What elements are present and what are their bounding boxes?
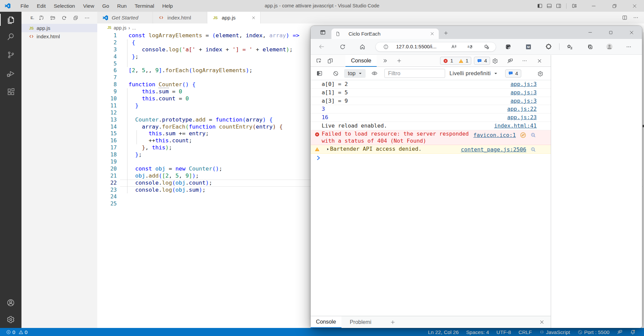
- console-link[interactable]: app.js:3: [511, 81, 537, 87]
- devtools-more-icon[interactable]: [520, 56, 530, 66]
- drawer-add-icon[interactable]: [390, 320, 395, 325]
- expand-arrow-icon[interactable]: [326, 147, 330, 151]
- explorer-more-actions-icon[interactable]: [83, 13, 91, 22]
- devtools-feedback-icon[interactable]: [505, 56, 515, 66]
- customize-layout-icon[interactable]: [570, 0, 579, 12]
- read-aloud-icon[interactable]: [450, 44, 457, 50]
- editor-tab-get-started[interactable]: Get Started: [97, 12, 153, 23]
- split-editor-icon[interactable]: [622, 15, 628, 20]
- tab-close-icon[interactable]: [250, 14, 257, 21]
- console-link[interactable]: favicon.ico:1: [473, 132, 516, 139]
- menu-edit[interactable]: Edit: [33, 0, 50, 12]
- add-panel-icon[interactable]: [395, 56, 404, 66]
- vscode-restore-button[interactable]: [604, 0, 625, 12]
- console-sidebar-icon[interactable]: [314, 68, 324, 79]
- activity-extensions-icon[interactable]: [0, 83, 21, 101]
- home-button-icon[interactable]: [357, 41, 368, 52]
- address-bar[interactable]: 127.0.0.1:5500/i... a: [375, 42, 496, 52]
- status-warnings-icon[interactable]: 0: [18, 329, 28, 335]
- activity-search-icon[interactable]: [0, 28, 21, 45]
- messages-badge[interactable]: 4: [474, 57, 490, 65]
- vscode-close-button[interactable]: [625, 0, 644, 12]
- status-spaces-4[interactable]: Spaces: 4: [463, 329, 493, 335]
- extensions-puzzle-icon[interactable]: [545, 43, 552, 50]
- menu-help[interactable]: Help: [158, 0, 177, 12]
- favorite-star-icon[interactable]: [483, 44, 489, 50]
- drawer-close-icon[interactable]: [539, 319, 545, 325]
- notifications-bell-icon[interactable]: [626, 329, 639, 335]
- console-link[interactable]: content_page.js:2506: [461, 146, 526, 154]
- status-crlf[interactable]: CRLF: [515, 329, 536, 335]
- menu-run[interactable]: Run: [113, 0, 130, 12]
- errors-warnings-badge[interactable]: 1 1: [440, 57, 471, 65]
- edge-minimize-button[interactable]: [580, 26, 600, 39]
- new-tab-button[interactable]: [443, 31, 448, 36]
- console-prompt[interactable]: [311, 154, 551, 163]
- file-item-app.js[interactable]: JSapp.js: [21, 24, 97, 32]
- search-message-icon[interactable]: [530, 132, 536, 138]
- collections-icon[interactable]: [587, 44, 593, 50]
- device-toolbar-icon[interactable]: [326, 56, 335, 66]
- menu-view[interactable]: View: [79, 0, 98, 12]
- editor-tab-app.js[interactable]: JSapp.js: [207, 12, 261, 23]
- status-javascript[interactable]: {}JavaScript: [536, 329, 574, 335]
- console-link[interactable]: app.js:3: [511, 89, 537, 96]
- more-panels-icon[interactable]: [381, 56, 389, 66]
- console-settings-icon[interactable]: [535, 68, 545, 79]
- edge-close-button[interactable]: [621, 26, 642, 39]
- edge-tab-close-icon[interactable]: [430, 31, 435, 36]
- status-ln-22-col-26[interactable]: Ln 22, Col 26: [424, 329, 463, 335]
- clear-console-icon[interactable]: [331, 68, 341, 79]
- live-expression-eye-icon[interactable]: [370, 68, 380, 79]
- toggle-secondary-sidebar-icon[interactable]: [554, 0, 563, 12]
- search-message-icon[interactable]: [530, 147, 536, 152]
- console-filter-input[interactable]: Filtro: [384, 69, 445, 78]
- translate-icon[interactable]: a: [467, 44, 473, 50]
- toggle-panel-icon[interactable]: [544, 0, 554, 12]
- site-info-icon[interactable]: [383, 44, 389, 50]
- console-link[interactable]: index.html:41: [494, 123, 537, 129]
- account-icon[interactable]: [0, 294, 21, 311]
- menu-selection[interactable]: Selection: [50, 0, 79, 12]
- breadcrumb-file[interactable]: app.js: [114, 25, 126, 31]
- status-port-5500[interactable]: Port : 5500: [574, 329, 613, 335]
- settings-gear-icon[interactable]: [0, 311, 21, 328]
- context-selector[interactable]: top: [344, 69, 366, 78]
- edge-maximize-button[interactable]: [600, 26, 621, 39]
- devtools-console-tab[interactable]: Console: [345, 55, 377, 67]
- breadcrumb-more[interactable]: ...: [132, 25, 136, 31]
- menu-go[interactable]: Go: [98, 0, 113, 12]
- devtools-settings-icon[interactable]: [490, 56, 500, 66]
- console-messages-badge[interactable]: 4: [505, 69, 521, 78]
- back-button-icon[interactable]: [316, 41, 327, 52]
- activity-debug-icon[interactable]: [0, 64, 21, 83]
- editor-more-actions-icon[interactable]: [633, 15, 639, 20]
- file-item-index.html[interactable]: index.html: [21, 32, 97, 41]
- status-errors-icon[interactable]: 0: [6, 329, 15, 335]
- edge-active-tab[interactable]: Ciclo ForEach: [331, 29, 439, 39]
- extension-wallet-icon[interactable]: [505, 44, 512, 50]
- edge-settings-more-icon[interactable]: [626, 44, 632, 50]
- console-link[interactable]: app.js:23: [507, 114, 537, 121]
- menu-file[interactable]: File: [16, 0, 33, 12]
- tab-actions-menu-icon[interactable]: [320, 29, 326, 36]
- refresh-button-icon[interactable]: [337, 41, 348, 52]
- console-link[interactable]: app.js:22: [507, 106, 537, 112]
- new-folder-icon[interactable]: [48, 13, 57, 22]
- editor-scrollbar[interactable]: [643, 32, 644, 328]
- console-link[interactable]: app.js:3: [511, 98, 537, 104]
- devtools-close-icon[interactable]: [534, 56, 544, 66]
- activity-source-control-icon[interactable]: [0, 45, 21, 64]
- drawer-tab-problemi[interactable]: Problemi: [344, 316, 377, 328]
- editor-tab-index.html[interactable]: index.html: [153, 12, 207, 23]
- toggle-sidebar-icon[interactable]: [535, 0, 544, 12]
- vscode-minimize-button[interactable]: [583, 0, 604, 12]
- collapse-folders-icon[interactable]: [71, 13, 80, 22]
- new-file-icon[interactable]: [37, 13, 46, 22]
- menu-terminal[interactable]: Terminal: [131, 0, 158, 12]
- drawer-tab-console[interactable]: Console: [311, 316, 341, 328]
- profile-avatar[interactable]: [606, 43, 613, 50]
- browser-page-viewport[interactable]: [551, 55, 642, 328]
- url-text[interactable]: 127.0.0.1:5500/i...: [396, 44, 436, 49]
- favorites-list-icon[interactable]: [567, 44, 573, 50]
